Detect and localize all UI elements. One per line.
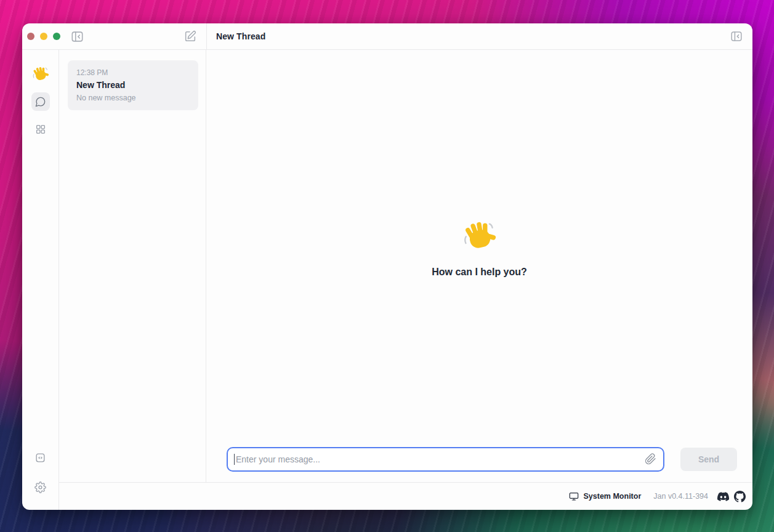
content: 12:38 PM New Thread No new message How c… bbox=[59, 50, 752, 510]
page-title: New Thread bbox=[216, 31, 265, 41]
message-input[interactable] bbox=[227, 447, 664, 472]
panel-collapse-left-icon bbox=[71, 30, 84, 43]
attach-file-button[interactable] bbox=[645, 453, 656, 465]
greeting-text: How can I help you? bbox=[432, 267, 527, 278]
gear-icon bbox=[34, 482, 46, 493]
titlebar-left bbox=[22, 23, 206, 49]
app-version: Jan v0.4.11-394 bbox=[653, 492, 708, 501]
collapse-right-panel-button[interactable] bbox=[730, 30, 743, 42]
minimize-window-button[interactable] bbox=[40, 33, 47, 40]
zoom-window-button[interactable] bbox=[53, 33, 60, 40]
rail-item-hub[interactable] bbox=[31, 120, 50, 139]
rail-item-threads[interactable] bbox=[31, 92, 50, 111]
footer-social-icons bbox=[717, 491, 746, 502]
empty-state: How can I help you? bbox=[206, 50, 752, 447]
message-input-wrap bbox=[227, 447, 664, 472]
rail-item-local-api-server[interactable] bbox=[31, 448, 50, 467]
thread-subtitle: No new message bbox=[76, 94, 190, 102]
composer: Send bbox=[206, 447, 752, 482]
thread-title: New Thread bbox=[76, 80, 190, 90]
new-thread-button[interactable] bbox=[183, 30, 197, 43]
rail-item-settings[interactable] bbox=[31, 478, 50, 496]
chat-bubble-icon bbox=[34, 96, 46, 108]
system-monitor-label: System Monitor bbox=[584, 492, 642, 501]
system-monitor-button[interactable]: System Monitor bbox=[569, 491, 642, 501]
titlebar-main: New Thread bbox=[206, 23, 752, 49]
thread-time: 12:38 PM bbox=[76, 68, 190, 77]
content-top: 12:38 PM New Thread No new message How c… bbox=[59, 50, 752, 482]
window-body: 12:38 PM New Thread No new message How c… bbox=[22, 50, 752, 510]
local-api-server-icon bbox=[34, 452, 46, 464]
github-icon[interactable] bbox=[734, 491, 746, 502]
collapse-left-panel-button[interactable] bbox=[71, 30, 84, 43]
jan-logo-wave-icon bbox=[32, 66, 49, 83]
traffic-lights bbox=[27, 33, 60, 40]
monitor-icon bbox=[569, 491, 579, 501]
grid-apps-icon bbox=[35, 124, 46, 135]
footer-bar: System Monitor Jan v0.4.11-394 bbox=[59, 482, 752, 510]
panel-collapse-right-icon bbox=[730, 30, 743, 42]
left-rail bbox=[22, 50, 59, 510]
send-button[interactable]: Send bbox=[680, 448, 737, 471]
thread-list-item[interactable]: 12:38 PM New Thread No new message bbox=[68, 60, 198, 110]
waving-hand-icon bbox=[462, 220, 497, 254]
titlebar: New Thread bbox=[22, 23, 752, 50]
jan-app-window: New Thread bbox=[22, 23, 752, 510]
discord-icon[interactable] bbox=[717, 491, 729, 502]
chat-main: How can I help you? Send bbox=[206, 50, 752, 482]
close-window-button[interactable] bbox=[27, 33, 34, 40]
thread-list-panel: 12:38 PM New Thread No new message bbox=[59, 50, 206, 482]
compose-icon bbox=[183, 30, 197, 43]
rail-bottom bbox=[31, 448, 50, 496]
